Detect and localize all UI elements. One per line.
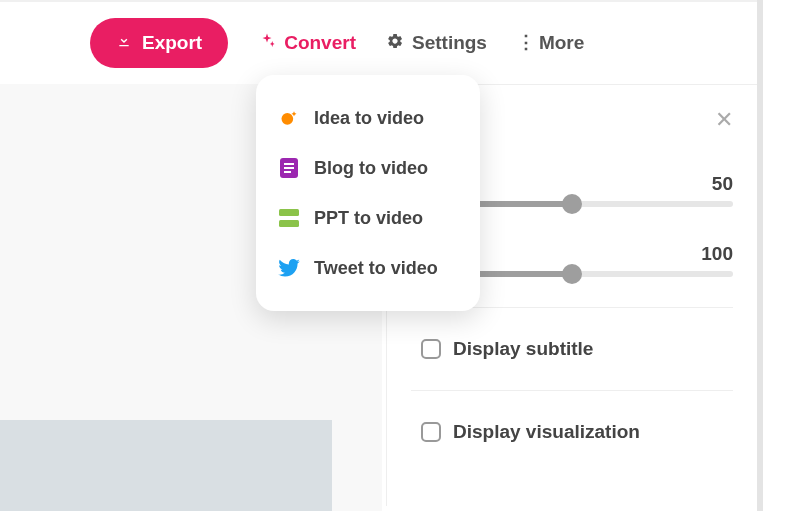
top-border (0, 0, 757, 2)
display-subtitle-toggle[interactable]: Display subtitle (411, 307, 733, 390)
idea-to-video-item[interactable]: Idea to video (256, 93, 480, 143)
dropdown-item-label: Tweet to video (314, 258, 438, 279)
gear-icon (386, 32, 404, 55)
sparkle-icon (258, 32, 276, 55)
convert-dropdown: Idea to video Blog to video PPT to video… (256, 75, 480, 311)
more-button[interactable]: ⋮ More (517, 32, 584, 54)
svg-point-0 (282, 113, 294, 125)
convert-label: Convert (284, 32, 356, 54)
convert-button[interactable]: Convert (258, 32, 356, 55)
svg-rect-3 (284, 167, 294, 169)
svg-rect-2 (284, 163, 294, 165)
dropdown-item-label: Blog to video (314, 158, 428, 179)
settings-label: Settings (412, 32, 487, 54)
checkbox-icon (421, 422, 441, 442)
more-label: More (539, 32, 584, 54)
svg-rect-4 (284, 171, 291, 173)
svg-rect-6 (279, 220, 299, 227)
display-subtitle-label: Display subtitle (453, 338, 593, 360)
toolbar: Export Convert Settings ⋮ More (0, 0, 800, 86)
svg-rect-5 (279, 209, 299, 216)
slider-thumb[interactable] (562, 194, 582, 214)
lightbulb-icon (278, 107, 300, 129)
checkbox-icon (421, 339, 441, 359)
doc-icon (278, 157, 300, 179)
dropdown-item-label: Idea to video (314, 108, 424, 129)
tweet-to-video-item[interactable]: Tweet to video (256, 243, 480, 293)
close-icon[interactable]: ✕ (715, 107, 733, 133)
ppt-to-video-item[interactable]: PPT to video (256, 193, 480, 243)
speed-value: 100 (701, 243, 733, 265)
twitter-icon (278, 257, 300, 279)
right-strip (757, 0, 800, 511)
display-visualization-label: Display visualization (453, 421, 640, 443)
dots-vertical-icon: ⋮ (517, 39, 531, 46)
blog-to-video-item[interactable]: Blog to video (256, 143, 480, 193)
export-button[interactable]: Export (90, 18, 228, 68)
download-icon (116, 32, 132, 54)
settings-button[interactable]: Settings (386, 32, 487, 55)
slider-thumb[interactable] (562, 264, 582, 284)
slides-icon (278, 207, 300, 229)
display-visualization-toggle[interactable]: Display visualization (411, 390, 733, 473)
volume-value: 50 (712, 173, 733, 195)
canvas-tile[interactable] (0, 420, 332, 511)
export-label: Export (142, 32, 202, 54)
dropdown-item-label: PPT to video (314, 208, 423, 229)
